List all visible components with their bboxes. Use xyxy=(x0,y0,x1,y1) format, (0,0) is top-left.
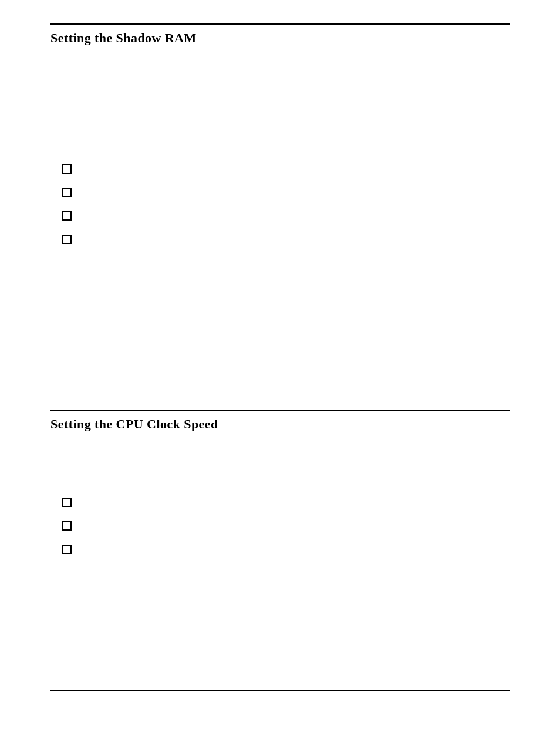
checkbox-icon-cc3 xyxy=(62,545,72,554)
spacer-8 xyxy=(50,567,510,602)
checkbox-icon-sr2 xyxy=(62,188,72,197)
cpu-clock-item-1 xyxy=(62,496,510,507)
spacer-3 xyxy=(50,134,510,151)
spacer-7 xyxy=(50,450,510,485)
spacer-1 xyxy=(50,63,510,99)
bottom-rule xyxy=(50,690,510,691)
checkbox-icon-sr4 xyxy=(62,235,72,244)
shadow-ram-checklist xyxy=(62,163,510,244)
checkbox-icon-sr1 xyxy=(62,164,72,174)
shadow-ram-header: Setting the Shadow RAM xyxy=(50,23,510,46)
page: Setting the Shadow RAM xyxy=(0,0,560,750)
cpu-clock-checklist xyxy=(62,496,510,554)
cpu-clock-header: Setting the CPU Clock Speed xyxy=(50,410,510,432)
shadow-ram-title: Setting the Shadow RAM xyxy=(50,31,510,46)
spacer-10 xyxy=(50,637,510,655)
spacer-4 xyxy=(50,257,510,292)
cpu-clock-item-2 xyxy=(62,520,510,531)
checkbox-icon-cc1 xyxy=(62,498,72,507)
cpu-clock-section: Setting the CPU Clock Speed xyxy=(50,410,510,655)
checkbox-icon-sr3 xyxy=(62,211,72,221)
shadow-ram-item-1 xyxy=(62,163,510,174)
shadow-ram-item-2 xyxy=(62,187,510,197)
shadow-ram-item-3 xyxy=(62,210,510,221)
spacer-9 xyxy=(50,602,510,637)
checkbox-icon-cc2 xyxy=(62,521,72,531)
spacer-6 xyxy=(50,327,510,363)
shadow-ram-section: Setting the Shadow RAM xyxy=(50,23,510,363)
cpu-clock-item-3 xyxy=(62,543,510,554)
spacer-5 xyxy=(50,292,510,327)
cpu-clock-title: Setting the CPU Clock Speed xyxy=(50,417,510,432)
shadow-ram-item-4 xyxy=(62,234,510,244)
spacer-2 xyxy=(50,99,510,134)
